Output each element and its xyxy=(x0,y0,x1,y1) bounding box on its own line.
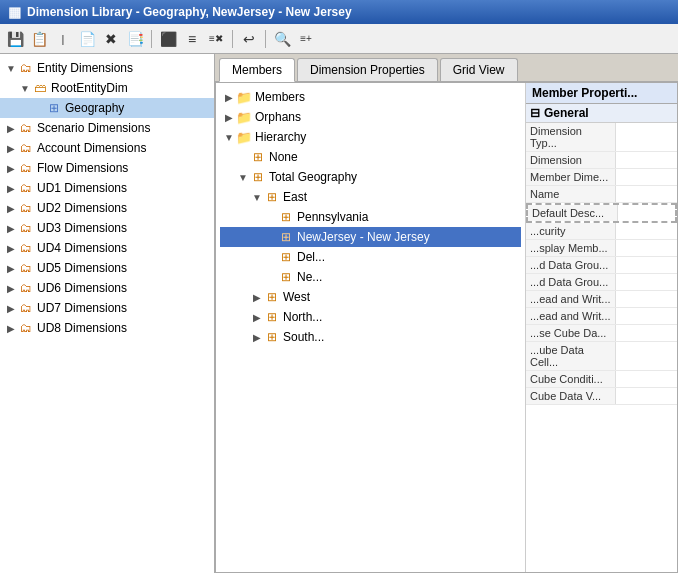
prop-label-cube-cond: Cube Conditi... xyxy=(526,371,616,387)
tab-grid-view[interactable]: Grid View xyxy=(440,58,518,81)
member-item-hierarchy[interactable]: ▼ 📁 Hierarchy xyxy=(220,127,521,147)
member-item-east[interactable]: ▼ ⊞ East xyxy=(220,187,521,207)
prop-val-cube-da[interactable] xyxy=(616,325,677,341)
toolbar: 💾 📋 | 📄 ✖ 📑 ⬛ ≡ ≡✖ ↩ 🔍 ≡+ xyxy=(0,24,678,54)
prop-label-rw1: ...ead and Writ... xyxy=(526,291,616,307)
toggle-orphans[interactable]: ▶ xyxy=(222,110,236,124)
sidebar-item-root-entity[interactable]: ▼ 🗃 RootEntityDim xyxy=(0,78,214,98)
toolbar-copy[interactable]: 📄 xyxy=(76,28,98,50)
toggle-total-geo[interactable]: ▼ xyxy=(236,170,250,184)
toggle-hierarchy[interactable]: ▼ xyxy=(222,130,236,144)
ud7-label: UD7 Dimensions xyxy=(37,301,127,315)
toolbar-open[interactable]: 📋 xyxy=(28,28,50,50)
toggle-south[interactable]: ▶ xyxy=(250,330,264,344)
east-label: East xyxy=(283,190,307,204)
prop-val-rw2[interactable] xyxy=(616,308,677,324)
ud3-label: UD3 Dimensions xyxy=(37,221,127,235)
prop-val-dim-type[interactable] xyxy=(616,123,677,151)
props-header-text: Member Properti... xyxy=(532,86,637,100)
title-text: Dimension Library - Geography, NewJersey… xyxy=(27,5,352,19)
prop-label-security: ...curity xyxy=(526,223,616,239)
toggle-root[interactable]: ▼ xyxy=(18,81,32,95)
sidebar-item-ud5[interactable]: ▶ 🗂 UD5 Dimensions xyxy=(0,258,214,278)
app-icon: ▦ xyxy=(8,4,21,20)
toolbar-search[interactable]: 🔍 xyxy=(271,28,293,50)
toolbar-align[interactable]: ⬛ xyxy=(157,28,179,50)
prop-val-cube-data-v[interactable] xyxy=(616,388,677,404)
sidebar: ▼ 🗂 Entity Dimensions ▼ 🗃 RootEntityDim … xyxy=(0,54,215,573)
prop-val-data-grou1[interactable] xyxy=(616,257,677,273)
sidebar-item-ud3[interactable]: ▶ 🗂 UD3 Dimensions xyxy=(0,218,214,238)
prop-val-name[interactable] xyxy=(616,186,677,202)
toolbar-page[interactable]: 📑 xyxy=(124,28,146,50)
sidebar-item-ud6[interactable]: ▶ 🗂 UD6 Dimensions xyxy=(0,278,214,298)
toggle-ud6[interactable]: ▶ xyxy=(4,281,18,295)
member-item-west[interactable]: ▶ ⊞ West xyxy=(220,287,521,307)
root-entity-label: RootEntityDim xyxy=(51,81,128,95)
tab-dimension-properties[interactable]: Dimension Properties xyxy=(297,58,438,81)
toggle-ud1[interactable]: ▶ xyxy=(4,181,18,195)
toggle-ud8[interactable]: ▶ xyxy=(4,321,18,335)
member-item-south[interactable]: ▶ ⊞ South... xyxy=(220,327,521,347)
members-folder-icon: 📁 xyxy=(236,89,252,105)
toolbar-list-del[interactable]: ≡✖ xyxy=(205,28,227,50)
member-item-total-geo[interactable]: ▼ ⊞ Total Geography xyxy=(220,167,521,187)
toggle-entity[interactable]: ▼ xyxy=(4,61,18,75)
flow-label: Flow Dimensions xyxy=(37,161,128,175)
toggle-west[interactable]: ▶ xyxy=(250,290,264,304)
toggle-ud3[interactable]: ▶ xyxy=(4,221,18,235)
sidebar-item-flow[interactable]: ▶ 🗂 Flow Dimensions xyxy=(0,158,214,178)
toggle-north[interactable]: ▶ xyxy=(250,310,264,324)
toolbar-expand[interactable]: ≡+ xyxy=(295,28,317,50)
member-tree: ▶ 📁 Members ▶ 📁 Orphans ▼ 📁 Hiera xyxy=(216,83,525,572)
prop-read-write1: ...ead and Writ... xyxy=(526,291,677,308)
tab-members[interactable]: Members xyxy=(219,58,295,82)
member-item-orphans[interactable]: ▶ 📁 Orphans xyxy=(220,107,521,127)
prop-val-security[interactable] xyxy=(616,223,677,239)
toggle-flow[interactable]: ▶ xyxy=(4,161,18,175)
toolbar-delete[interactable]: ✖ xyxy=(100,28,122,50)
ud6-icon: 🗂 xyxy=(18,280,34,296)
sidebar-item-geography[interactable]: ⊞ Geography xyxy=(0,98,214,118)
prop-val-default-desc[interactable] xyxy=(618,205,675,221)
south-label: South... xyxy=(283,330,324,344)
prop-val-cube-cond[interactable] xyxy=(616,371,677,387)
toolbar-list[interactable]: ≡ xyxy=(181,28,203,50)
toolbar-undo[interactable]: ↩ xyxy=(238,28,260,50)
sidebar-item-entity-dims[interactable]: ▼ 🗂 Entity Dimensions xyxy=(0,58,214,78)
member-item-north[interactable]: ▶ ⊞ North... xyxy=(220,307,521,327)
member-item-pennsylvania[interactable]: ⊞ Pennsylvania xyxy=(220,207,521,227)
prop-label-cube-da: ...se Cube Da... xyxy=(526,325,616,341)
prop-val-rw1[interactable] xyxy=(616,291,677,307)
prop-val-data-grou2[interactable] xyxy=(616,274,677,290)
sidebar-item-ud2[interactable]: ▶ 🗂 UD2 Dimensions xyxy=(0,198,214,218)
member-item-del[interactable]: ⊞ Del... xyxy=(220,247,521,267)
west-label: West xyxy=(283,290,310,304)
sidebar-item-ud4[interactable]: ▶ 🗂 UD4 Dimensions xyxy=(0,238,214,258)
toggle-ud7[interactable]: ▶ xyxy=(4,301,18,315)
toggle-ud4[interactable]: ▶ xyxy=(4,241,18,255)
member-item-ne[interactable]: ⊞ Ne... xyxy=(220,267,521,287)
toggle-ud5[interactable]: ▶ xyxy=(4,261,18,275)
prop-val-cube-cell[interactable] xyxy=(616,342,677,370)
toggle-scenario[interactable]: ▶ xyxy=(4,121,18,135)
member-item-newjersey[interactable]: ⊞ NewJersey - New Jersey xyxy=(220,227,521,247)
prop-val-mem-dim[interactable] xyxy=(616,169,677,185)
toggle-members[interactable]: ▶ xyxy=(222,90,236,104)
toggle-east[interactable]: ▼ xyxy=(250,190,264,204)
toggle-ud2[interactable]: ▶ xyxy=(4,201,18,215)
member-item-none[interactable]: ⊞ None xyxy=(220,147,521,167)
member-item-members[interactable]: ▶ 📁 Members xyxy=(220,87,521,107)
toggle-account[interactable]: ▶ xyxy=(4,141,18,155)
sidebar-item-ud7[interactable]: ▶ 🗂 UD7 Dimensions xyxy=(0,298,214,318)
toolbar-save[interactable]: | xyxy=(52,28,74,50)
entity-dims-label: Entity Dimensions xyxy=(37,61,133,75)
prop-val-dim[interactable] xyxy=(616,152,677,168)
sidebar-item-scenario[interactable]: ▶ 🗂 Scenario Dimensions xyxy=(0,118,214,138)
sidebar-item-ud1[interactable]: ▶ 🗂 UD1 Dimensions xyxy=(0,178,214,198)
sidebar-item-account[interactable]: ▶ 🗂 Account Dimensions xyxy=(0,138,214,158)
sidebar-item-ud8[interactable]: ▶ 🗂 UD8 Dimensions xyxy=(0,318,214,338)
prop-val-display-memb[interactable] xyxy=(616,240,677,256)
toolbar-new[interactable]: 💾 xyxy=(4,28,26,50)
collapse-icon[interactable]: ⊟ xyxy=(530,106,540,120)
